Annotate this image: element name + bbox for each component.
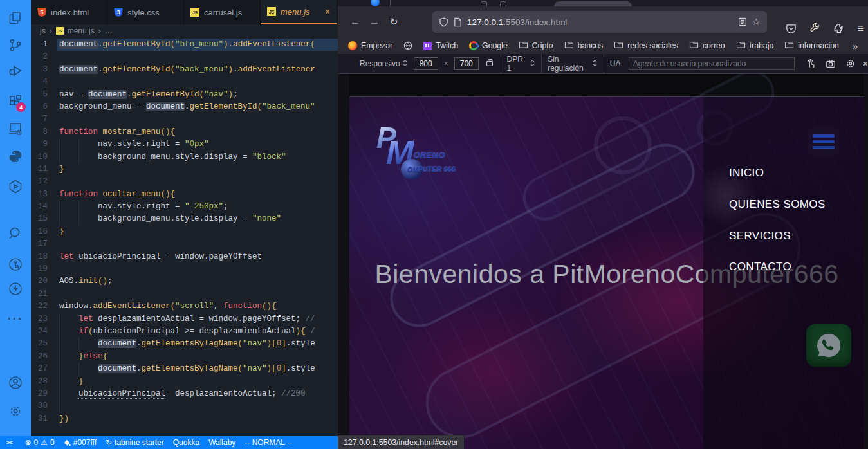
shield-permissions-icon[interactable] bbox=[439, 17, 448, 27]
code-line-10[interactable]: 10background_menu.style.display = "block… bbox=[31, 151, 338, 163]
device-selector[interactable]: Responsivo bbox=[360, 59, 408, 69]
page-menu-button[interactable] bbox=[808, 127, 839, 156]
remote-indicator-icon[interactable]: >< bbox=[6, 439, 12, 446]
code-line-8[interactable]: 8function mostrar_menu(){ bbox=[31, 126, 338, 138]
editor-tab-carrusel-js[interactable]: JScarrusel.js bbox=[184, 0, 261, 24]
back-button[interactable]: ← bbox=[346, 15, 365, 28]
wallaby-status[interactable]: Wallaby bbox=[208, 438, 235, 447]
viewport-height-input[interactable] bbox=[454, 57, 479, 70]
rdm-close-button[interactable]: × bbox=[863, 59, 868, 69]
code-line-29[interactable]: 29ubicacionPrincipal= desplazamientoActu… bbox=[31, 388, 338, 400]
settings-gear-icon[interactable] bbox=[8, 403, 23, 419]
code-line-13[interactable]: 13function ocultar_menu(){ bbox=[31, 188, 338, 201]
bookmark-star-icon[interactable]: ☆ bbox=[752, 16, 761, 28]
reload-button[interactable]: ↻ bbox=[384, 16, 403, 28]
code-line-7[interactable]: 7 bbox=[31, 113, 338, 125]
throttling-selector[interactable]: Sin regulación bbox=[548, 55, 598, 73]
breadcrumb-file[interactable]: menu.js bbox=[68, 26, 95, 35]
project-box-icon[interactable] bbox=[8, 179, 23, 194]
page-info-icon[interactable] bbox=[454, 17, 462, 27]
code-line-24[interactable]: 24if(ubicacionPrincipal >= desplazamient… bbox=[31, 325, 338, 338]
code-line-18[interactable]: 18let ubicacioPrincipal = window.pageYOf… bbox=[31, 251, 338, 263]
extensions-puzzle-icon[interactable] bbox=[833, 23, 844, 34]
search-icon[interactable] bbox=[8, 226, 23, 241]
code-line-21[interactable]: 21 bbox=[31, 288, 338, 300]
code-line-6[interactable]: 6background_menu = document.getElementBy… bbox=[31, 101, 338, 113]
quokka-status[interactable]: Quokka bbox=[173, 438, 199, 447]
bookmarks-overflow-chevron[interactable]: » bbox=[853, 41, 858, 51]
code-line-4[interactable]: 4 bbox=[31, 76, 338, 88]
thunder-client-icon[interactable] bbox=[8, 281, 23, 297]
code-line-28[interactable]: 28} bbox=[31, 376, 338, 388]
run-debug-icon[interactable] bbox=[8, 63, 23, 78]
bookmark-redes-sociales[interactable]: redes sociales bbox=[614, 41, 678, 51]
bookmark-trabajo[interactable]: trabajo bbox=[736, 41, 774, 51]
extensions-icon[interactable]: 4 bbox=[8, 94, 23, 109]
code-line-30[interactable]: 30 bbox=[31, 400, 338, 412]
bookmark-Google[interactable]: Google bbox=[469, 41, 508, 50]
code-line-20[interactable]: 20AOS.init(); bbox=[31, 275, 338, 288]
source-control-icon[interactable] bbox=[8, 37, 23, 53]
code-line-5[interactable]: 5nav = document.getElementById("nav"); bbox=[31, 89, 338, 101]
code-line-12[interactable]: 12 bbox=[31, 176, 338, 188]
forward-button[interactable]: → bbox=[365, 15, 384, 28]
tabnine-status[interactable]: ↻ tabnine starter bbox=[106, 438, 164, 447]
page-nav-servicios[interactable]: SERVICIOS bbox=[729, 230, 791, 243]
code-line-23[interactable]: 23let desplazamientoActual = window.page… bbox=[31, 313, 338, 325]
breadcrumb-symbol[interactable]: … bbox=[105, 26, 113, 35]
rdm-settings-gear-icon[interactable] bbox=[845, 59, 856, 69]
editor-tab-menu-js[interactable]: JSmenu.js× bbox=[261, 0, 337, 24]
gitlens-icon[interactable] bbox=[8, 257, 23, 272]
explorer-icon[interactable] bbox=[8, 10, 23, 26]
breadcrumb-folder[interactable]: js bbox=[40, 26, 46, 35]
devtools-wrench-icon[interactable] bbox=[809, 22, 820, 35]
url-bar[interactable]: 127.0.0.1:5503/index.html ☆ bbox=[432, 11, 767, 33]
bookmark-informacion[interactable]: informacion bbox=[784, 41, 839, 51]
bookmark-globe[interactable] bbox=[403, 41, 412, 50]
more-actions-icon[interactable]: ··· bbox=[8, 313, 23, 328]
bookmark-correo[interactable]: correo bbox=[689, 41, 725, 51]
code-line-2[interactable]: 2 bbox=[31, 51, 338, 63]
page-nav-contacto[interactable]: CONTACTO bbox=[729, 261, 791, 273]
code-line-19[interactable]: 19 bbox=[31, 263, 338, 275]
peacock-color-status[interactable]: #007fff bbox=[64, 438, 97, 447]
bookmark-Cripto[interactable]: Cripto bbox=[519, 41, 553, 51]
code-line-17[interactable]: 17 bbox=[31, 238, 338, 250]
bookmark-Empezar[interactable]: Empezar bbox=[348, 41, 392, 50]
screenshot-camera-icon[interactable] bbox=[826, 59, 836, 69]
code-line-9[interactable]: 9nav.style.right = "0px" bbox=[31, 138, 338, 151]
close-tab-icon[interactable]: × bbox=[325, 6, 330, 17]
code-line-15[interactable]: 15background_menu.style.display = "none" bbox=[31, 213, 338, 225]
code-line-1[interactable]: 1document.getElementById("btn_menu").add… bbox=[31, 39, 338, 51]
editor-tab-index-html[interactable]: 5index.html bbox=[31, 0, 107, 24]
site-logo[interactable]: P M ORENO OMPUTER 666 bbox=[376, 123, 466, 184]
whatsapp-button[interactable] bbox=[806, 324, 851, 367]
code-line-11[interactable]: 11} bbox=[31, 163, 338, 176]
tab-favicon[interactable] bbox=[371, 0, 380, 6]
url-text[interactable]: 127.0.0.1:5503/index.html bbox=[467, 17, 733, 27]
code-line-16[interactable]: 16} bbox=[31, 226, 338, 238]
editor-tab-style-css[interactable]: 3style.css bbox=[107, 0, 184, 24]
page-nav-inicio[interactable]: INICIO bbox=[729, 167, 764, 179]
pocket-icon[interactable] bbox=[786, 23, 797, 34]
code-line-14[interactable]: 14nav.style.right = "-250px"; bbox=[31, 201, 338, 213]
bookmark-bancos[interactable]: bancos bbox=[564, 41, 604, 51]
dpr-selector[interactable]: DPR: 1 bbox=[507, 55, 536, 73]
code-line-25[interactable]: 25document.getElementsByTagName("nav")[0… bbox=[31, 338, 338, 350]
remote-explorer-icon[interactable] bbox=[8, 121, 23, 136]
reader-mode-icon[interactable] bbox=[738, 17, 747, 26]
python-icon[interactable] bbox=[8, 149, 23, 164]
page-nav-quienes-somos[interactable]: QUIENES SOMOS bbox=[729, 198, 826, 211]
user-agent-input[interactable] bbox=[629, 57, 795, 70]
hamburger-menu-icon[interactable]: ≡ bbox=[857, 22, 864, 35]
bookmark-Twitch[interactable]: Twitch bbox=[423, 41, 458, 50]
code-line-31[interactable]: 31}) bbox=[31, 413, 338, 425]
vim-mode-status[interactable]: -- NORMAL -- bbox=[245, 438, 292, 447]
rotate-viewport-icon[interactable] bbox=[485, 58, 495, 70]
active-browser-tab[interactable] bbox=[554, 1, 632, 6]
code-line-3[interactable]: 3document.getElementById("back_menu").ad… bbox=[31, 64, 338, 76]
touch-simulation-icon[interactable] bbox=[806, 59, 816, 69]
code-editor[interactable]: 1document.getElementById("btn_menu").add… bbox=[31, 39, 338, 436]
code-line-22[interactable]: 22window.addEventListener("scroll", func… bbox=[31, 300, 338, 313]
viewport-width-input[interactable] bbox=[414, 57, 438, 70]
